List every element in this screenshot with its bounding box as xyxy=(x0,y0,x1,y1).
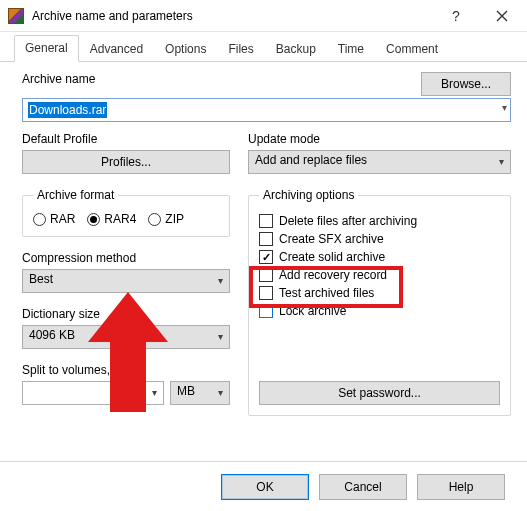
update-mode-label: Update mode xyxy=(248,132,511,146)
tab-comment[interactable]: Comment xyxy=(375,36,449,62)
radio-label: ZIP xyxy=(165,212,184,226)
button-label: Cancel xyxy=(344,480,381,494)
combo-value: MB xyxy=(177,384,195,398)
combo-value: Best xyxy=(29,272,53,286)
update-mode-combo[interactable]: Add and replace files ▾ xyxy=(248,150,511,174)
dialog-footer: OK Cancel Help xyxy=(0,461,527,511)
dictionary-label: Dictionary size xyxy=(22,307,230,321)
radio-rar4[interactable]: RAR4 xyxy=(87,212,136,226)
checkbox-icon xyxy=(259,214,273,228)
cancel-button[interactable]: Cancel xyxy=(319,474,407,500)
split-size-combo[interactable]: ▾ xyxy=(22,381,164,405)
check-delete-after[interactable]: Delete files after archiving xyxy=(259,214,500,228)
help-footer-button[interactable]: Help xyxy=(417,474,505,500)
checkbox-icon xyxy=(259,250,273,264)
close-button[interactable] xyxy=(479,0,525,32)
chevron-down-icon: ▾ xyxy=(499,156,504,167)
button-label: Set password... xyxy=(338,386,421,400)
combo-value: Add and replace files xyxy=(255,153,367,167)
archive-name-label: Archive name xyxy=(22,72,413,86)
check-test-files[interactable]: Test archived files xyxy=(259,286,500,300)
archiving-options-group: Archiving options Delete files after arc… xyxy=(248,188,511,416)
profiles-button[interactable]: Profiles... xyxy=(22,150,230,174)
check-add-recovery[interactable]: Add recovery record xyxy=(259,268,500,282)
split-unit-combo[interactable]: MB ▾ xyxy=(170,381,230,405)
button-label: Profiles... xyxy=(101,155,151,169)
radio-rar[interactable]: RAR xyxy=(33,212,75,226)
radio-label: RAR4 xyxy=(104,212,136,226)
radio-zip[interactable]: ZIP xyxy=(148,212,184,226)
tab-time[interactable]: Time xyxy=(327,36,375,62)
chevron-down-icon: ▾ xyxy=(218,387,223,398)
help-button[interactable]: ? xyxy=(433,0,479,32)
combo-value: 4096 KB xyxy=(29,328,75,342)
radio-icon xyxy=(148,213,161,226)
tab-general[interactable]: General xyxy=(14,35,79,62)
check-create-solid[interactable]: Create solid archive xyxy=(259,250,500,264)
tab-label: Advanced xyxy=(90,42,143,56)
radio-icon xyxy=(87,213,100,226)
radio-icon xyxy=(33,213,46,226)
check-label: Create solid archive xyxy=(279,250,385,264)
button-label: Help xyxy=(449,480,474,494)
tab-backup[interactable]: Backup xyxy=(265,36,327,62)
checkbox-icon xyxy=(259,304,273,318)
close-icon xyxy=(496,10,508,22)
compression-label: Compression method xyxy=(22,251,230,265)
chevron-down-icon: ▾ xyxy=(152,387,157,398)
dialog-body: Archive name Browse... Downloads.rar ▾ D… xyxy=(0,62,527,424)
checkbox-icon xyxy=(259,286,273,300)
archive-name-value: Downloads.rar xyxy=(28,102,107,118)
tab-label: Options xyxy=(165,42,206,56)
titlebar: Archive name and parameters ? xyxy=(0,0,527,32)
app-icon xyxy=(8,8,24,24)
tab-label: General xyxy=(25,41,68,55)
check-lock-archive[interactable]: Lock archive xyxy=(259,304,500,318)
ok-button[interactable]: OK xyxy=(221,474,309,500)
tab-label: Files xyxy=(228,42,253,56)
tab-label: Time xyxy=(338,42,364,56)
checkbox-icon xyxy=(259,268,273,282)
tabstrip: General Advanced Options Files Backup Ti… xyxy=(0,32,527,62)
split-label: Split to volumes, size xyxy=(22,363,230,377)
check-label: Lock archive xyxy=(279,304,346,318)
check-label: Test archived files xyxy=(279,286,374,300)
checkbox-icon xyxy=(259,232,273,246)
compression-combo[interactable]: Best ▾ xyxy=(22,269,230,293)
default-profile-label: Default Profile xyxy=(22,132,230,146)
archiving-options-legend: Archiving options xyxy=(259,188,358,202)
check-create-sfx[interactable]: Create SFX archive xyxy=(259,232,500,246)
set-password-button[interactable]: Set password... xyxy=(259,381,500,405)
browse-button[interactable]: Browse... xyxy=(421,72,511,96)
tab-advanced[interactable]: Advanced xyxy=(79,36,154,62)
tab-options[interactable]: Options xyxy=(154,36,217,62)
archive-format-group: Archive format RAR RAR4 ZIP xyxy=(22,188,230,237)
check-label: Add recovery record xyxy=(279,268,387,282)
button-label: OK xyxy=(256,480,273,494)
dictionary-combo[interactable]: 4096 KB ▾ xyxy=(22,325,230,349)
button-label: Browse... xyxy=(441,77,491,91)
radio-label: RAR xyxy=(50,212,75,226)
tab-files[interactable]: Files xyxy=(217,36,264,62)
check-label: Delete files after archiving xyxy=(279,214,417,228)
chevron-down-icon: ▾ xyxy=(218,275,223,286)
archive-name-field[interactable]: Downloads.rar ▾ xyxy=(22,98,511,122)
chevron-down-icon: ▾ xyxy=(218,331,223,342)
archive-format-legend: Archive format xyxy=(33,188,118,202)
tab-label: Backup xyxy=(276,42,316,56)
window-title: Archive name and parameters xyxy=(32,9,433,23)
tab-label: Comment xyxy=(386,42,438,56)
check-label: Create SFX archive xyxy=(279,232,384,246)
